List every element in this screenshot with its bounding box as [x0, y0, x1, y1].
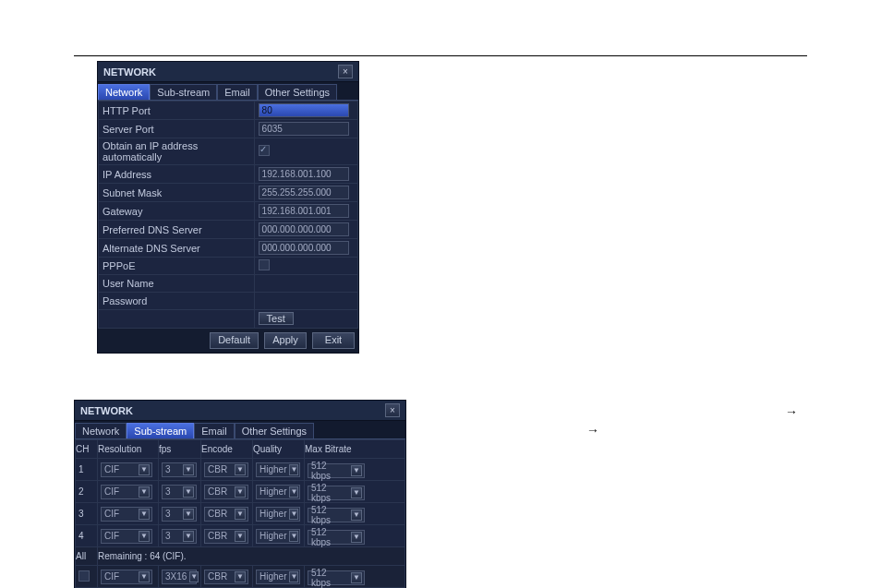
chevron-down-icon: ▼	[289, 509, 298, 520]
chevron-down-icon: ▼	[139, 571, 150, 582]
cell-ch: 1	[76, 459, 98, 481]
chevron-down-icon: ▼	[139, 509, 150, 520]
tab-network[interactable]: Network	[98, 84, 150, 100]
chevron-down-icon: ▼	[183, 531, 194, 542]
chevron-down-icon: ▼	[235, 509, 246, 520]
chevron-down-icon: ▼	[351, 465, 362, 476]
select-resolution[interactable]: CIF▼	[101, 485, 152, 499]
chevron-down-icon: ▼	[235, 571, 246, 582]
label-dns2: Alternate DNS Server	[99, 239, 255, 258]
label-ip: IP Address	[99, 165, 255, 184]
label-subnet: Subnet Mask	[99, 184, 255, 202]
select-fps[interactable]: 3▼	[162, 462, 197, 477]
apply-button[interactable]: Apply	[264, 332, 307, 349]
chevron-down-icon: ▼	[183, 509, 194, 520]
chevron-down-icon: ▼	[183, 464, 194, 475]
col-quality: Quality	[253, 440, 305, 459]
all-label: All	[76, 547, 98, 566]
checkbox-all[interactable]	[78, 570, 90, 582]
select-all-bitrate[interactable]: 512 kbps▼	[308, 570, 365, 585]
select-all-resolution[interactable]: CIF▼	[101, 570, 152, 584]
select-bitrate[interactable]: 512 kbps▼	[308, 508, 365, 522]
tabs: Network Sub-stream Email Other Settings	[75, 421, 405, 439]
select-quality[interactable]: Higher▼	[256, 485, 300, 499]
label-http-port: HTTP Port	[99, 102, 255, 120]
select-fps[interactable]: 3▼	[162, 485, 197, 499]
col-encode: Encode	[201, 440, 253, 459]
col-ch: CH	[76, 440, 98, 459]
select-all-encode[interactable]: CBR▼	[204, 570, 248, 584]
select-quality[interactable]: Higher▼	[256, 462, 300, 477]
input-http-port[interactable]: 80	[259, 103, 349, 117]
chevron-down-icon: ▼	[351, 572, 362, 583]
select-bitrate[interactable]: 512 kbps▼	[308, 530, 365, 545]
close-button[interactable]: ×	[385, 403, 400, 417]
cell-ch: 3	[76, 503, 98, 525]
chevron-down-icon: ▼	[235, 464, 246, 475]
col-fps: fps	[159, 440, 201, 459]
tab-other-settings[interactable]: Other Settings	[258, 84, 337, 100]
panel-title: NETWORK	[80, 405, 133, 416]
select-quality[interactable]: Higher▼	[256, 507, 300, 522]
select-encode[interactable]: CBR▼	[204, 529, 248, 544]
checkbox-pppoe[interactable]	[259, 259, 270, 270]
chevron-down-icon: ▼	[351, 487, 362, 498]
tab-network[interactable]: Network	[75, 423, 127, 438]
col-resolution: Resolution	[98, 440, 159, 459]
select-quality[interactable]: Higher▼	[256, 529, 300, 544]
label-dns1: Preferred DNS Server	[99, 221, 255, 239]
titlebar: NETWORK ×	[98, 62, 358, 82]
chevron-down-icon: ▼	[183, 486, 194, 498]
select-all-quality[interactable]: Higher▼	[256, 570, 300, 584]
tabs: Network Sub-stream Email Other Settings	[98, 82, 358, 101]
checkbox-dhcp[interactable]	[259, 145, 270, 156]
chevron-down-icon: ▼	[351, 510, 362, 521]
select-resolution[interactable]: CIF▼	[101, 507, 152, 522]
chevron-down-icon: ▼	[235, 486, 246, 498]
input-ip[interactable]: 192.168.001.100	[259, 167, 349, 181]
network-panel: NETWORK × Network Sub-stream Email Other…	[97, 61, 359, 354]
select-bitrate[interactable]: 512 kbps▼	[308, 463, 365, 478]
chevron-down-icon: ▼	[351, 532, 362, 543]
chevron-down-icon: ▼	[139, 486, 150, 498]
button-bar: Default Apply Exit	[98, 329, 358, 353]
col-bitrate: Max Bitrate	[305, 440, 405, 459]
test-button[interactable]: Test	[259, 312, 294, 325]
substream-table: CH Resolution fps Encode Quality Max Bit…	[75, 439, 405, 588]
label-gateway: Gateway	[99, 202, 255, 221]
chevron-down-icon: ▼	[139, 464, 150, 475]
close-button[interactable]: ×	[338, 65, 353, 78]
select-bitrate[interactable]: 512 kbps▼	[308, 486, 365, 500]
arrow-icon: →	[785, 404, 798, 419]
tab-sub-stream[interactable]: Sub-stream	[127, 423, 194, 438]
label-server-port: Server Port	[99, 120, 255, 138]
select-encode[interactable]: CBR▼	[204, 507, 248, 522]
select-fps[interactable]: 3▼	[162, 507, 197, 522]
chevron-down-icon: ▼	[289, 531, 298, 542]
network-form-table: HTTP Port 80 Server Port 6035 Obtain an …	[98, 101, 358, 329]
tab-email[interactable]: Email	[194, 423, 235, 438]
input-dns1[interactable]: 000.000.000.000	[259, 222, 349, 236]
input-server-port[interactable]: 6035	[259, 122, 349, 136]
select-resolution[interactable]: CIF▼	[101, 529, 152, 544]
cell-ch: 4	[76, 525, 98, 547]
tab-email[interactable]: Email	[217, 84, 258, 100]
exit-button[interactable]: Exit	[312, 332, 355, 349]
chevron-down-icon: ▼	[189, 571, 199, 582]
tab-other-settings[interactable]: Other Settings	[235, 423, 314, 438]
input-dns2[interactable]: 000.000.000.000	[259, 241, 349, 255]
chevron-down-icon: ▼	[289, 486, 298, 498]
label-dhcp: Obtain an IP address automatically	[99, 138, 255, 165]
tab-sub-stream[interactable]: Sub-stream	[150, 84, 217, 100]
default-button[interactable]: Default	[210, 332, 259, 349]
input-subnet[interactable]: 255.255.255.000	[259, 186, 349, 199]
label-password: Password	[99, 293, 255, 310]
chevron-down-icon: ▼	[289, 464, 298, 475]
select-encode[interactable]: CBR▼	[204, 485, 248, 499]
input-gateway[interactable]: 192.168.001.001	[259, 204, 349, 218]
select-fps[interactable]: 3▼	[162, 529, 197, 544]
panel-title: NETWORK	[103, 66, 156, 78]
select-resolution[interactable]: CIF▼	[101, 462, 152, 477]
select-all-fps[interactable]: 3X16▼	[162, 570, 197, 584]
select-encode[interactable]: CBR▼	[204, 462, 248, 477]
